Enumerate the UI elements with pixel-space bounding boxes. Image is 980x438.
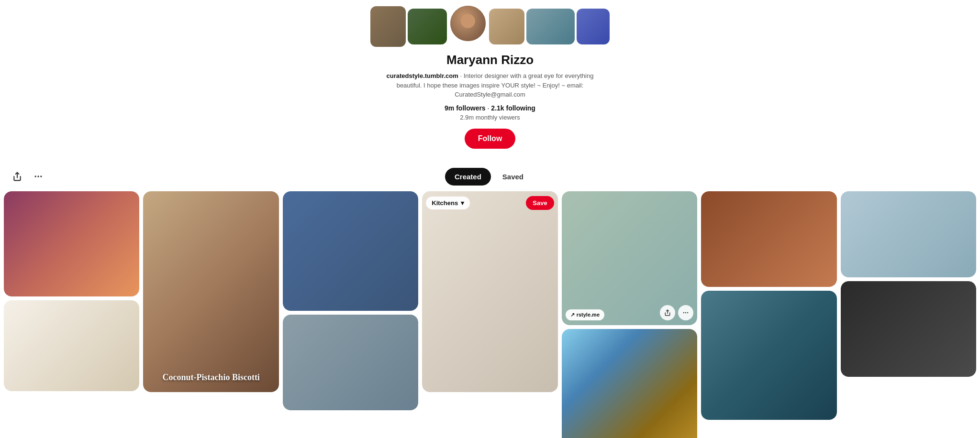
pin-grid: Coconut-Pistachio Biscotti Kitchens ▾ Sa…: [0, 191, 980, 438]
pin-card-interior[interactable]: [283, 191, 418, 311]
share-button[interactable]: [10, 169, 25, 184]
profile-name: Maryann Rizzo: [446, 53, 534, 67]
avatar-container: [449, 4, 487, 43]
pin-card-biscotti[interactable]: Coconut-Pistachio Biscotti: [143, 191, 278, 392]
follow-button[interactable]: Follow: [465, 129, 516, 149]
toolbar-row: Created Saved: [0, 168, 980, 186]
cover-strip: [370, 5, 610, 48]
profile-header: Maryann Rizzo curatedstyle.tumblr.com · …: [0, 0, 980, 168]
avatar-face: [450, 4, 486, 43]
cover-image-3: [489, 9, 524, 44]
svg-point-3: [40, 175, 42, 177]
pin-card-shelves[interactable]: [4, 300, 139, 391]
pin-card-sous-vide[interactable]: Kitchens ▾ Save: [422, 191, 557, 392]
tab-saved[interactable]: Saved: [493, 168, 533, 186]
cover-image-4: [526, 9, 575, 44]
pin-card-sweater[interactable]: ↗ rstyle.me: [562, 191, 697, 325]
tabs: Created Saved: [445, 168, 533, 186]
cover-image-1: [370, 6, 406, 47]
monthly-viewers: 2.9m monthly viewers: [460, 114, 520, 121]
followers-count: 9m followers: [445, 104, 486, 112]
pin-card-palms[interactable]: [562, 329, 697, 438]
svg-point-2: [37, 175, 39, 177]
pin-card-soup[interactable]: [841, 281, 976, 377]
profile-bio: curatedstyle.tumblr.com · Interior desig…: [380, 71, 600, 99]
tab-created[interactable]: Created: [445, 168, 491, 186]
profile-website[interactable]: curatedstyle.tumblr.com: [387, 72, 458, 79]
more-button[interactable]: [31, 169, 46, 184]
cover-image-2: [408, 9, 447, 44]
profile-stats: 9m followers · 2.1k following: [445, 104, 535, 112]
pin-card-bedroom[interactable]: [841, 191, 976, 277]
cover-image-5: [577, 9, 610, 44]
pin-card-dining[interactable]: [701, 291, 836, 420]
svg-point-1: [35, 175, 36, 177]
pin-card-book[interactable]: [283, 315, 418, 410]
pin-card-food[interactable]: [701, 191, 836, 287]
pin-card-floral[interactable]: [4, 191, 139, 296]
following-count: 2.1k following: [491, 104, 535, 112]
avatar: [449, 4, 487, 43]
toolbar-left: [10, 169, 46, 184]
